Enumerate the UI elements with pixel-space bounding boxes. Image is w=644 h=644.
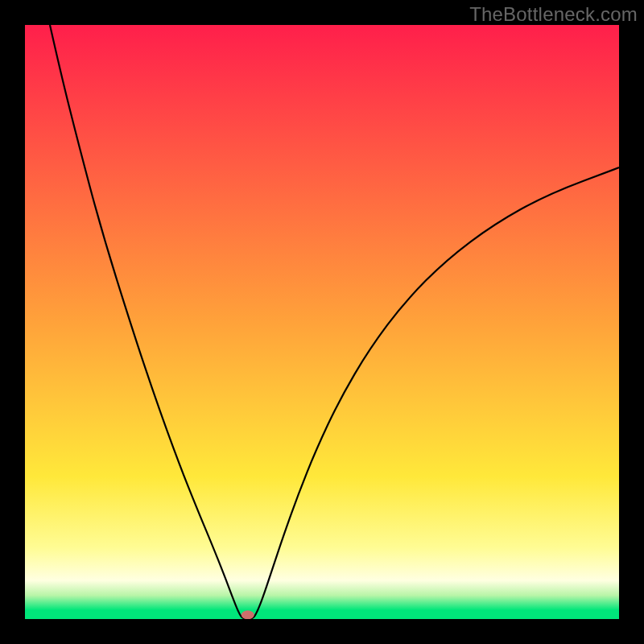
plot-svg <box>25 25 619 619</box>
gradient-background <box>25 25 619 619</box>
watermark-text: TheBottleneck.com <box>469 3 638 26</box>
plot-area <box>25 25 619 619</box>
chart-frame: TheBottleneck.com <box>0 0 644 644</box>
optimum-marker <box>242 610 254 619</box>
